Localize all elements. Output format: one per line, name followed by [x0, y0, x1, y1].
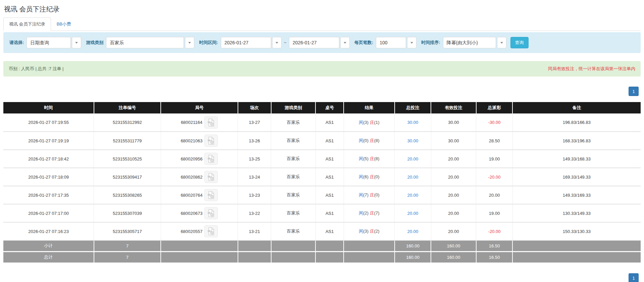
dropdown-arrow-icon[interactable] [497, 37, 506, 48]
cell-time: 2026-01-27 07:19:55 [3, 113, 94, 132]
cell-game: 百家乐 [271, 168, 316, 186]
date-from-value[interactable]: 2026-01-27 [221, 37, 271, 48]
cell-valid-bet: 20.00 [431, 204, 476, 222]
table-row: 2026-01-27 07:19:55 523155312992 6800211… [3, 113, 641, 132]
cell-table: AS1 [315, 168, 344, 186]
game-type-select[interactable]: 百家乐 [106, 37, 194, 48]
cell-valid-bet: 30.00 [431, 113, 476, 132]
result-banker-label: 庄 [370, 120, 374, 125]
cell-total-bet[interactable]: 20.00 [395, 204, 431, 222]
result-banker-count: (1) [374, 120, 380, 125]
round-number: 680021063 [181, 138, 202, 143]
dropdown-arrow-icon[interactable] [185, 37, 194, 48]
game-type-label: 游戏类别 [86, 40, 103, 46]
total-valid-bet: 160.00 [431, 251, 476, 263]
video-replay-icon[interactable] [204, 207, 218, 219]
time-sort-label: 时间排序: [421, 40, 440, 46]
subtotal-count: 7 [94, 240, 161, 251]
cell-time: 2026-01-27 07:18:42 [3, 150, 94, 168]
total-count: 7 [94, 251, 161, 263]
subtotal-row: 小计 7 160.00 160.00 16.50 [3, 240, 641, 251]
cell-total-bet[interactable]: 30.00 [395, 132, 431, 150]
column-header: 备注 [512, 102, 641, 113]
search-button[interactable]: 查询 [510, 37, 529, 48]
cell-session: 13-25 [238, 150, 271, 168]
table-header-row: 时间注单编号局号场次游戏类别桌号结果总投注有效投注总派彩备注 [3, 102, 641, 113]
video-replay-icon[interactable] [204, 153, 218, 165]
cell-result: 闲(7) 庄(0) [344, 186, 395, 204]
cell-total-bet[interactable]: 20.00 [395, 222, 431, 240]
query-type-select[interactable]: 日期查询 [27, 37, 81, 48]
result-player-count: (0) [363, 138, 368, 143]
table-row: 2026-01-27 07:18:42 523155310525 6800209… [3, 150, 641, 168]
cell-result: 闲(5) 庄(8) [344, 150, 395, 168]
cell-result: 闲(6) 庄(0) [344, 168, 395, 186]
video-replay-icon[interactable] [204, 116, 218, 129]
dropdown-arrow-icon[interactable] [340, 37, 350, 48]
per-page-select[interactable]: 100 [376, 37, 416, 48]
cell-time: 2026-01-27 07:18:09 [3, 168, 94, 186]
page-1-button[interactable]: 1 [629, 273, 639, 282]
total-label: 总计 [3, 251, 94, 263]
cell-table: AS1 [315, 204, 344, 222]
column-header: 时间 [3, 102, 94, 113]
cell-bet-id: 523155309417 [94, 168, 161, 186]
result-player-label: 闲 [359, 229, 363, 234]
total-row: 总计 7 160.00 160.00 16.50 [3, 251, 641, 263]
cell-total-bet[interactable]: 20.00 [395, 186, 431, 204]
cell-table: AS1 [315, 132, 344, 150]
query-type-value[interactable]: 日期查询 [27, 37, 71, 48]
cell-note: 169.33/149.33 [512, 168, 641, 186]
cell-game: 百家乐 [271, 204, 316, 222]
result-player-count: (3) [363, 120, 368, 125]
subtotal-label: 小计 [3, 240, 94, 251]
cell-bet-id: 523155311779 [94, 132, 161, 150]
column-header: 游戏类别 [271, 102, 316, 113]
round-number: 680020862 [181, 175, 202, 180]
tab-bb-tip[interactable]: BB小费 [51, 17, 77, 31]
round-number: 680021164 [181, 120, 202, 125]
dropdown-arrow-icon[interactable] [272, 37, 282, 48]
column-header: 结果 [344, 102, 395, 113]
tab-video-bet-records[interactable]: 视讯 会员下注纪录 [3, 17, 51, 31]
video-replay-icon[interactable] [204, 135, 218, 147]
result-banker-label: 庄 [370, 138, 374, 143]
page-title: 视讯 会员下注纪录 [3, 5, 641, 14]
cell-session: 13-24 [238, 168, 271, 186]
cell-time: 2026-01-27 07:17:35 [3, 186, 94, 204]
page: 视讯 会员下注纪录 视讯 会员下注纪录 BB小费 请选择: 日期查询 游戏类别 … [0, 0, 644, 282]
cell-total-bet[interactable]: 20.00 [395, 168, 431, 186]
date-to-select[interactable]: 2026-01-27 [289, 37, 350, 48]
video-replay-icon[interactable] [204, 189, 218, 201]
result-player-label: 闲 [359, 138, 363, 143]
pagination-top: 1 [3, 87, 641, 96]
round-number: 680020764 [181, 193, 202, 198]
cell-valid-bet: 20.00 [431, 222, 476, 240]
cell-table: AS1 [315, 150, 344, 168]
dropdown-arrow-icon[interactable] [407, 37, 416, 48]
date-from-select[interactable]: 2026-01-27 [221, 37, 282, 48]
cell-total-bet[interactable]: 20.00 [395, 150, 431, 168]
video-replay-icon[interactable] [204, 225, 218, 237]
per-page-value[interactable]: 100 [376, 37, 406, 48]
same-round-note-text: 同局有效投注，统一计算在该局第一张注单内 [548, 66, 635, 72]
currency-total-text: 币别 : 人民币 | 总共 :7 注单 | [9, 66, 64, 72]
dropdown-arrow-icon[interactable] [72, 37, 81, 48]
filter-bar: 请选择: 日期查询 游戏类别 百家乐 时间区间: 2026-01-27 ~ 20… [3, 32, 641, 53]
game-type-value[interactable]: 百家乐 [106, 37, 184, 48]
table-row: 2026-01-27 07:16:23 523155305717 6800205… [3, 222, 641, 240]
time-sort-select[interactable]: 降幂(由大到小) [443, 37, 506, 48]
time-sort-value[interactable]: 降幂(由大到小) [443, 37, 496, 48]
page-1-button[interactable]: 1 [629, 87, 639, 96]
result-player-count: (6) [363, 174, 368, 179]
cell-valid-bet: 20.00 [431, 150, 476, 168]
video-replay-icon[interactable] [204, 171, 218, 183]
cell-session: 13-26 [238, 132, 271, 150]
result-banker-count: (0) [374, 174, 380, 179]
result-player-label: 闲 [359, 174, 363, 179]
cell-total-bet[interactable]: 30.00 [395, 113, 431, 132]
table-row: 2026-01-27 07:18:09 523155309417 6800208… [3, 168, 641, 186]
date-to-value[interactable]: 2026-01-27 [289, 37, 339, 48]
cell-time: 2026-01-27 07:19:19 [3, 132, 94, 150]
per-page-label: 每页笔数: [354, 40, 373, 46]
